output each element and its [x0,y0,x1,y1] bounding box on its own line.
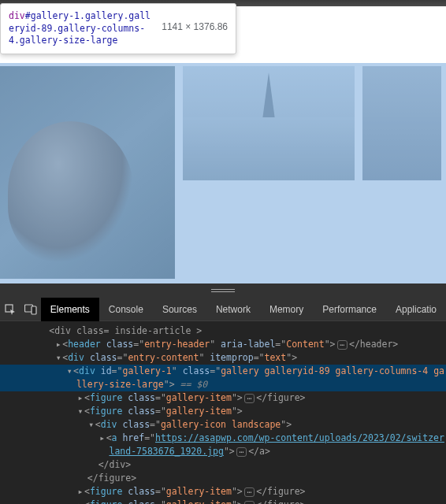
dom-row[interactable]: </figure> [0,472,446,485]
inspected-page-viewport: div#gallery-1.gallery.galleryid-89.galle… [0,0,446,298]
tab-sources[interactable]: Sources [153,298,206,321]
dom-row[interactable]: ▾<figure class="gallery-item"> [0,405,446,418]
tooltip-selector: #gallery-1.gallery.galleryid-89.gallery-… [9,10,151,46]
tooltip-tagname: div [9,10,25,21]
dom-row[interactable]: ▸<a href="https://asapwp.com/wp-content/… [0,432,446,445]
svg-rect-2 [32,306,36,314]
devtools-resize-handle[interactable] [0,284,446,298]
dom-row-selected[interactable]: llery-size-large"> == $0 [0,378,446,391]
dom-row[interactable]: land-7583676_1920.jpg">⋯</a> [0,445,446,458]
dom-row-selected[interactable]: ▾<div id="gallery-1" class="gallery gall… [0,365,446,378]
devtools-panel: Elements Console Sources Network Memory … [0,298,446,504]
tab-memory[interactable]: Memory [260,298,313,321]
tab-console[interactable]: Console [99,298,153,321]
dom-row[interactable]: ▾<div class="gallery-icon landscape"> [0,418,446,432]
dom-row[interactable]: <div class= inside-article > [0,324,446,338]
dom-row[interactable]: ▸<figure class="gallery-item">⋯</figure> [0,485,446,498]
ellipsis-icon[interactable]: ⋯ [244,487,255,497]
tab-application[interactable]: Applicatio [386,298,446,321]
device-toolbar-icon[interactable] [20,298,41,321]
ellipsis-icon[interactable]: ⋯ [236,447,247,457]
tab-network[interactable]: Network [206,298,260,321]
dom-row[interactable]: ▸<figure class="gallery-item">⋯</figure> [0,498,446,504]
ellipsis-icon[interactable]: ⋯ [244,394,255,403]
inspect-highlight-overlay [0,63,446,284]
tooltip-dimensions: 1141 × 1376.86 [162,10,228,32]
tab-elements[interactable]: Elements [41,298,99,321]
ellipsis-icon[interactable]: ⋯ [244,501,255,505]
dom-tree[interactable]: <div class= inside-article > ▸<header cl… [0,321,446,504]
tab-performance[interactable]: Performance [313,298,386,321]
dom-row[interactable]: </div> [0,458,446,472]
dom-row[interactable]: ▸<figure class="gallery-item">⋯</figure> [0,391,446,405]
dom-row[interactable]: ▾<div class="entry-content" itemprop="te… [0,351,446,365]
inspect-element-icon[interactable] [0,298,20,321]
devtools-tabbar: Elements Console Sources Network Memory … [0,298,446,321]
dom-row[interactable]: ▸<header class="entry-header" aria-label… [0,338,446,351]
ellipsis-icon[interactable]: ⋯ [337,340,348,350]
inspect-tooltip: div#gallery-1.gallery.galleryid-89.galle… [0,3,236,54]
